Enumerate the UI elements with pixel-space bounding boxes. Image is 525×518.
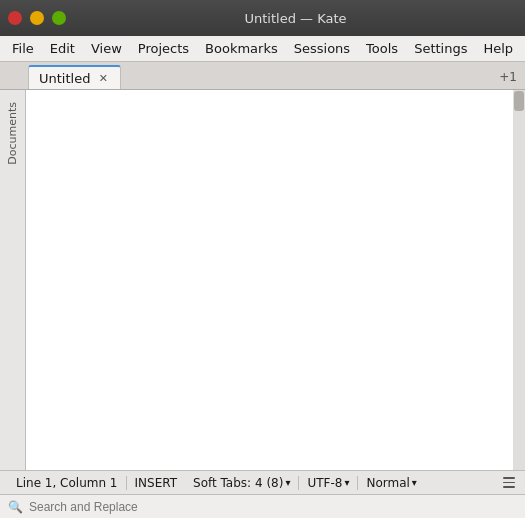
title-bar: Untitled — Kate — [0, 0, 525, 36]
tab-close-button[interactable]: ✕ — [96, 71, 110, 85]
hamburger-line-1 — [503, 477, 515, 479]
window-title: Untitled — Kate — [74, 11, 517, 26]
vertical-scrollbar[interactable] — [513, 90, 525, 470]
minimize-window-button[interactable] — [30, 11, 44, 25]
menu-bookmarks[interactable]: Bookmarks — [197, 39, 286, 58]
menu-projects[interactable]: Projects — [130, 39, 197, 58]
status-right — [501, 475, 517, 491]
status-position[interactable]: Line 1, Column 1 — [8, 471, 126, 494]
maximize-window-button[interactable] — [52, 11, 66, 25]
status-bar: Line 1, Column 1 INSERT Soft Tabs: 4 (8)… — [0, 470, 525, 494]
search-input[interactable] — [29, 500, 517, 514]
hamburger-line-3 — [503, 486, 515, 488]
search-bar: 🔍 — [0, 494, 525, 518]
tab-overflow-button[interactable]: +1 — [491, 65, 525, 89]
menu-sessions[interactable]: Sessions — [286, 39, 358, 58]
editor-container — [26, 90, 525, 470]
tab-title: Untitled — [39, 71, 90, 86]
menu-settings[interactable]: Settings — [406, 39, 475, 58]
scrollbar-thumb[interactable] — [514, 91, 524, 111]
menu-tools[interactable]: Tools — [358, 39, 406, 58]
hamburger-line-2 — [503, 482, 515, 484]
main-area: Documents — [0, 90, 525, 470]
side-panel: Documents — [0, 90, 26, 470]
side-panel-label: Documents — [6, 102, 19, 165]
search-icon: 🔍 — [8, 500, 23, 514]
menu-edit[interactable]: Edit — [42, 39, 83, 58]
menu-view[interactable]: View — [83, 39, 130, 58]
editor-textarea[interactable] — [26, 90, 513, 470]
close-window-button[interactable] — [8, 11, 22, 25]
status-syntax-dropdown[interactable]: Normal — [358, 471, 424, 494]
tab-bar: Untitled ✕ +1 — [0, 62, 525, 90]
status-mode[interactable]: INSERT — [127, 471, 186, 494]
menu-file[interactable]: File — [4, 39, 42, 58]
tab-untitled[interactable]: Untitled ✕ — [28, 65, 121, 89]
status-tabs-dropdown[interactable]: Soft Tabs: 4 (8) — [185, 471, 298, 494]
menu-help[interactable]: Help — [475, 39, 521, 58]
hamburger-menu-button[interactable] — [501, 475, 517, 491]
status-encoding-dropdown[interactable]: UTF-8 — [299, 471, 357, 494]
menu-bar: File Edit View Projects Bookmarks Sessio… — [0, 36, 525, 62]
